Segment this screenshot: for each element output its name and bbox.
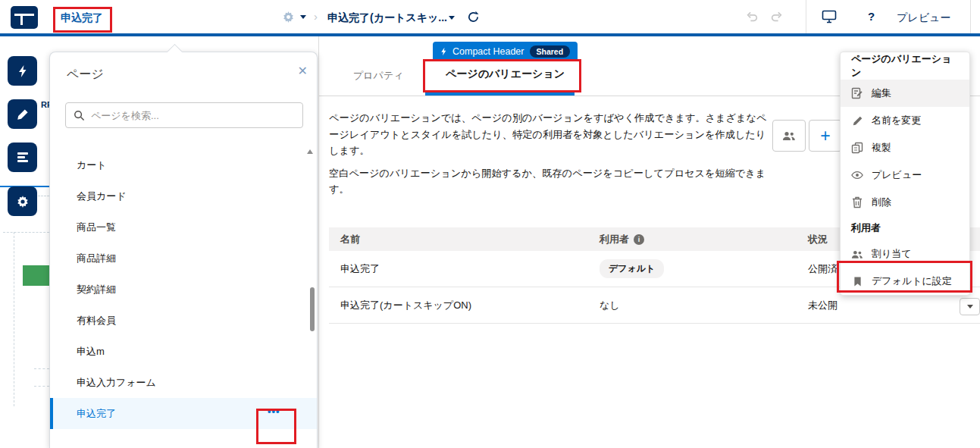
- page-item-apply-m[interactable]: 申込m: [50, 336, 317, 367]
- page-item-cart[interactable]: カート: [50, 149, 317, 180]
- active-tab-underline: [425, 92, 575, 96]
- menu-item-label: 割り当て: [872, 247, 912, 261]
- menu-item-label: 名前を変更: [872, 114, 921, 127]
- description-paragraph: ページのバリエーションでは、ページの別のバージョンをすばやく作成できます。さまざ…: [329, 110, 767, 159]
- topbar: 申込完了 › 申込完了(カートスキッ... ? プレビュー: [0, 0, 980, 36]
- scrollbar-thumb[interactable]: [310, 287, 315, 331]
- pages-panel-title: ページ: [67, 67, 104, 83]
- search-input[interactable]: [91, 110, 295, 121]
- context-menu-header: ページのバリエーション: [841, 52, 969, 80]
- menu-item-rename[interactable]: 名前を変更: [841, 107, 969, 134]
- col-audience-label: 利用者: [600, 233, 629, 246]
- menu-item-edit[interactable]: 編集: [841, 80, 969, 107]
- plus-icon: +: [820, 126, 830, 146]
- sidebar-settings-button[interactable]: [8, 186, 37, 216]
- scroll-up-icon[interactable]: [307, 149, 313, 154]
- canvas-dashed-outline: [14, 232, 14, 406]
- variations-description: ページのバリエーションでは、ページの別のバージョンをすばやく作成できます。さまざ…: [329, 110, 767, 198]
- page-item-label: 申込完了: [77, 407, 116, 421]
- people-icon: [851, 249, 863, 259]
- help-button[interactable]: ?: [868, 10, 875, 23]
- canvas-dashed-outline: [3, 232, 49, 233]
- page-item-apply-complete[interactable]: 申込完了 •••: [50, 398, 317, 429]
- page-item-paid-member[interactable]: 有料会員: [50, 305, 317, 336]
- row-actions-button[interactable]: [960, 298, 980, 315]
- gear-dropdown-caret-icon[interactable]: [300, 15, 306, 19]
- breadcrumb-chevron-icon: ›: [314, 10, 318, 23]
- canvas-dashed-outline: [34, 368, 49, 369]
- gear-icon[interactable]: [282, 11, 295, 23]
- device-preview-icon[interactable]: [822, 10, 837, 23]
- topbar-divider: [806, 0, 806, 33]
- sidebar-theme-button[interactable]: [8, 99, 37, 129]
- chevron-down-icon: [967, 305, 973, 309]
- page-list: カート 会員カード 商品一覧 商品詳細 契約詳細 有料会員 申込m 申込入力フォ…: [50, 149, 317, 429]
- variation-dropdown-caret-icon[interactable]: [449, 16, 455, 20]
- page-item-product-list[interactable]: 商品一覧: [50, 211, 317, 243]
- page-search-box: [65, 102, 303, 128]
- edit-note-icon: [851, 87, 863, 99]
- page-item-contract-detail[interactable]: 契約詳細: [50, 274, 317, 305]
- menu-item-label: プレビュー: [872, 168, 922, 182]
- audience-badge: デフォルト: [600, 259, 664, 278]
- logo-detail: [14, 14, 34, 16]
- pencil-icon: [851, 115, 863, 127]
- variation-context-menu: ページのバリエーション 編集 名前を変更 複製 プレビュー 削除 利用者 割り: [840, 52, 970, 296]
- tab-page-variations[interactable]: ページのバリエーション: [446, 67, 565, 81]
- tab-properties[interactable]: プロパティ: [353, 69, 404, 83]
- bookmark-icon: [851, 276, 863, 287]
- menu-item-preview[interactable]: プレビュー: [841, 161, 969, 189]
- page-item-product-detail[interactable]: 商品詳細: [50, 243, 317, 274]
- canvas-green-button-fragment: [23, 265, 49, 286]
- logo-detail: [20, 14, 23, 25]
- menu-item-set-default[interactable]: デフォルトに設定: [841, 268, 969, 295]
- close-icon[interactable]: ✕: [298, 64, 308, 78]
- description-paragraph: 空白ページのバリエーションから開始するか、既存のページをコピーしてプロセスを短縮…: [329, 165, 767, 198]
- brush-icon: [17, 108, 29, 121]
- col-name: 名前: [329, 233, 600, 246]
- gear-icon: [16, 195, 30, 208]
- menu-section-audience: 利用者: [841, 216, 969, 240]
- popover-caret: [167, 44, 183, 60]
- builder-home-icon[interactable]: [11, 6, 38, 29]
- canvas-dashed-outline: [38, 196, 49, 196]
- sidebar-components-button[interactable]: [8, 56, 37, 86]
- add-variation-button[interactable]: +: [809, 120, 842, 152]
- redo-icon[interactable]: [770, 11, 783, 23]
- menu-item-assign[interactable]: 割り当て: [841, 240, 969, 268]
- col-audience: 利用者 i: [600, 233, 808, 246]
- page-item-member-card[interactable]: 会員カード: [50, 180, 317, 211]
- menu-item-label: デフォルトに設定: [872, 274, 952, 288]
- topbar-divider: [970, 0, 971, 33]
- search-icon: [74, 110, 85, 121]
- menu-item-label: 複製: [872, 141, 891, 155]
- more-actions-button[interactable]: •••: [268, 406, 293, 421]
- audience-button[interactable]: [772, 120, 806, 152]
- menu-item-label: 編集: [872, 86, 891, 100]
- pages-panel: ページ ✕ カート 会員カード 商品一覧 商品詳細 契約詳細 有料会員 申込m …: [49, 52, 318, 448]
- eye-icon: [851, 171, 863, 180]
- trash-icon: [851, 196, 863, 208]
- refresh-icon[interactable]: [467, 11, 480, 23]
- preview-button[interactable]: プレビュー: [897, 11, 950, 25]
- undo-icon[interactable]: [746, 11, 759, 23]
- menu-item-delete[interactable]: 削除: [841, 189, 969, 216]
- variation-name: 申込完了: [329, 262, 600, 276]
- sidebar-structure-button[interactable]: [8, 143, 37, 172]
- menu-item-label: 削除: [872, 196, 891, 209]
- page-item-apply-form[interactable]: 申込入力フォーム: [50, 367, 317, 398]
- audience-value: なし: [600, 299, 808, 312]
- status-value: 未公開: [808, 299, 980, 312]
- variation-name: 申込完了(カートスキップON): [329, 299, 600, 312]
- list-icon: [17, 151, 28, 164]
- people-icon: [782, 130, 796, 141]
- current-page-name[interactable]: 申込完了: [61, 11, 103, 25]
- page-variation-selector[interactable]: 申込完了(カートスキッ...: [327, 11, 447, 25]
- menu-item-duplicate[interactable]: 複製: [841, 134, 969, 161]
- copy-icon: [851, 142, 863, 154]
- lightning-icon: [17, 64, 28, 78]
- canvas-dashed-outline: [34, 386, 49, 387]
- info-icon[interactable]: i: [634, 234, 644, 245]
